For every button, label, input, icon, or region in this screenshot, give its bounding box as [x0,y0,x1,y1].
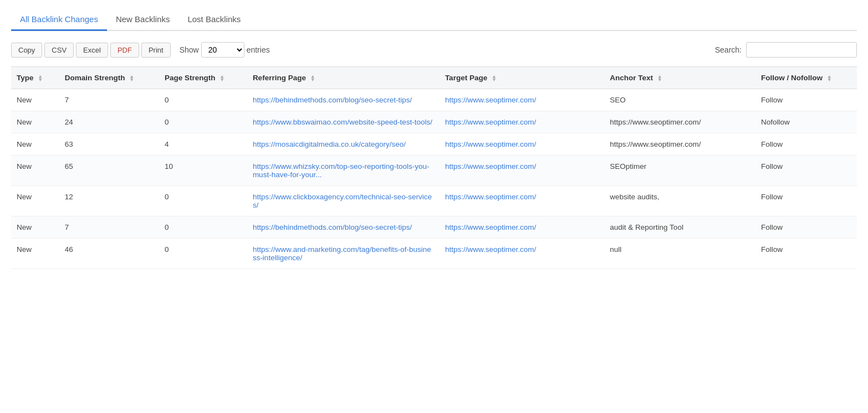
cell-target-page-link[interactable]: https://www.seoptimer.com/ [445,118,536,126]
cell-domain-strength: 65 [59,156,159,186]
cell-target-page-link[interactable]: https://www.seoptimer.com/ [445,140,536,148]
cell-target-page-link[interactable]: https://www.seoptimer.com/ [445,223,536,231]
tab-lost-backlinks[interactable]: Lost Backlinks [178,9,249,31]
cell-anchor-text: audit & Reporting Tool [604,216,755,239]
cell-follow-nofollow: Follow [755,216,857,239]
cell-page-strength: 0 [159,111,247,133]
col-header-target-page[interactable]: Target Page ▲▼ [440,67,604,89]
cell-type: New [11,186,59,216]
cell-referring-page[interactable]: https://mosaicdigitalmedia.co.uk/categor… [247,133,440,156]
cell-referring-page[interactable]: https://www.and-marketing.com/tag/benefi… [247,239,440,269]
table-row: New70https://behindmethods.com/blog/seo-… [11,216,857,239]
cell-follow-nofollow: Follow [755,156,857,186]
copy-button[interactable]: Copy [11,43,42,58]
sort-icon-domain: ▲▼ [129,75,134,82]
cell-page-strength: 0 [159,239,247,269]
cell-domain-strength: 7 [59,216,159,239]
toolbar: Copy CSV Excel PDF Print Show 20 50 100 … [11,42,857,58]
show-label: Show [180,45,199,54]
sort-icon-page: ▲▼ [219,75,224,82]
cell-referring-page[interactable]: https://www.clickboxagency.com/technical… [247,186,440,216]
entries-select[interactable]: 20 50 100 [201,42,244,58]
cell-referring-page-link[interactable]: https://www.and-marketing.com/tag/benefi… [253,245,431,262]
cell-page-strength: 10 [159,156,247,186]
cell-target-page[interactable]: https://www.seoptimer.com/ [440,133,604,156]
cell-target-page-link[interactable]: https://www.seoptimer.com/ [445,96,536,104]
cell-target-page[interactable]: https://www.seoptimer.com/ [440,111,604,133]
cell-referring-page[interactable]: https://behindmethods.com/blog/seo-secre… [247,89,440,111]
sort-icon-follow: ▲▼ [827,75,832,82]
table-row: New120https://www.clickboxagency.com/tec… [11,186,857,216]
cell-referring-page-link[interactable]: https://www.whizsky.com/top-seo-reportin… [253,162,430,179]
cell-follow-nofollow: Follow [755,239,857,269]
sort-icon-referring: ▲▼ [310,75,315,82]
cell-domain-strength: 7 [59,89,159,111]
cell-follow-nofollow: Follow [755,186,857,216]
cell-domain-strength: 63 [59,133,159,156]
cell-referring-page-link[interactable]: https://mosaicdigitalmedia.co.uk/categor… [253,140,406,148]
excel-button[interactable]: Excel [76,43,108,58]
search-input[interactable] [746,42,857,58]
cell-type: New [11,133,59,156]
cell-referring-page-link[interactable]: https://behindmethods.com/blog/seo-secre… [253,96,412,104]
cell-follow-nofollow: Follow [755,89,857,111]
cell-referring-page-link[interactable]: https://www.bbswaimao.com/website-speed-… [253,118,432,126]
cell-target-page[interactable]: https://www.seoptimer.com/ [440,156,604,186]
backlinks-table: Type ▲▼ Domain Strength ▲▼ Page Strength… [11,66,857,269]
cell-page-strength: 0 [159,216,247,239]
cell-anchor-text: https://www.seoptimer.com/ [604,111,755,133]
cell-type: New [11,111,59,133]
tabs-container: All Backlink Changes New Backlinks Lost … [11,9,857,31]
cell-type: New [11,156,59,186]
cell-anchor-text: SEO [604,89,755,111]
col-header-referring-page[interactable]: Referring Page ▲▼ [247,67,440,89]
cell-target-page-link[interactable]: https://www.seoptimer.com/ [445,245,536,254]
cell-target-page[interactable]: https://www.seoptimer.com/ [440,89,604,111]
cell-domain-strength: 24 [59,111,159,133]
search-area: Search: [715,42,857,58]
csv-button[interactable]: CSV [44,43,74,58]
table-row: New240https://www.bbswaimao.com/website-… [11,111,857,133]
cell-domain-strength: 46 [59,239,159,269]
print-button[interactable]: Print [141,43,171,58]
cell-domain-strength: 12 [59,186,159,216]
col-header-page-strength[interactable]: Page Strength ▲▼ [159,67,247,89]
cell-type: New [11,239,59,269]
cell-referring-page[interactable]: https://www.whizsky.com/top-seo-reportin… [247,156,440,186]
pdf-button[interactable]: PDF [110,43,139,58]
cell-anchor-text: website audits, [604,186,755,216]
sort-icon-target: ▲▼ [492,75,497,82]
cell-page-strength: 4 [159,133,247,156]
entries-text: entries [247,45,270,54]
col-header-domain-strength[interactable]: Domain Strength ▲▼ [59,67,159,89]
sort-icon-type: ▲▼ [38,75,43,82]
cell-page-strength: 0 [159,186,247,216]
cell-anchor-text: https://www.seoptimer.com/ [604,133,755,156]
cell-target-page-link[interactable]: https://www.seoptimer.com/ [445,193,536,201]
cell-anchor-text: SEOptimer [604,156,755,186]
cell-anchor-text: null [604,239,755,269]
col-header-type[interactable]: Type ▲▼ [11,67,59,89]
cell-target-page[interactable]: https://www.seoptimer.com/ [440,216,604,239]
tab-new-backlinks[interactable]: New Backlinks [107,9,179,31]
tab-all-backlink-changes[interactable]: All Backlink Changes [11,9,107,31]
cell-type: New [11,216,59,239]
col-header-follow-nofollow[interactable]: Follow / Nofollow ▲▼ [755,67,857,89]
cell-referring-page[interactable]: https://behindmethods.com/blog/seo-secre… [247,216,440,239]
cell-follow-nofollow: Nofollow [755,111,857,133]
cell-target-page[interactable]: https://www.seoptimer.com/ [440,239,604,269]
cell-follow-nofollow: Follow [755,133,857,156]
cell-target-page-link[interactable]: https://www.seoptimer.com/ [445,162,536,171]
sort-icon-anchor: ▲▼ [657,75,662,82]
cell-page-strength: 0 [159,89,247,111]
cell-referring-page-link[interactable]: https://behindmethods.com/blog/seo-secre… [253,223,412,231]
cell-type: New [11,89,59,111]
search-label: Search: [715,45,742,54]
col-header-anchor-text[interactable]: Anchor Text ▲▼ [604,67,755,89]
cell-target-page[interactable]: https://www.seoptimer.com/ [440,186,604,216]
cell-referring-page-link[interactable]: https://www.clickboxagency.com/technical… [253,193,432,209]
cell-referring-page[interactable]: https://www.bbswaimao.com/website-speed-… [247,111,440,133]
table-header-row: Type ▲▼ Domain Strength ▲▼ Page Strength… [11,67,857,89]
table-row: New634https://mosaicdigitalmedia.co.uk/c… [11,133,857,156]
table-row: New460https://www.and-marketing.com/tag/… [11,239,857,269]
